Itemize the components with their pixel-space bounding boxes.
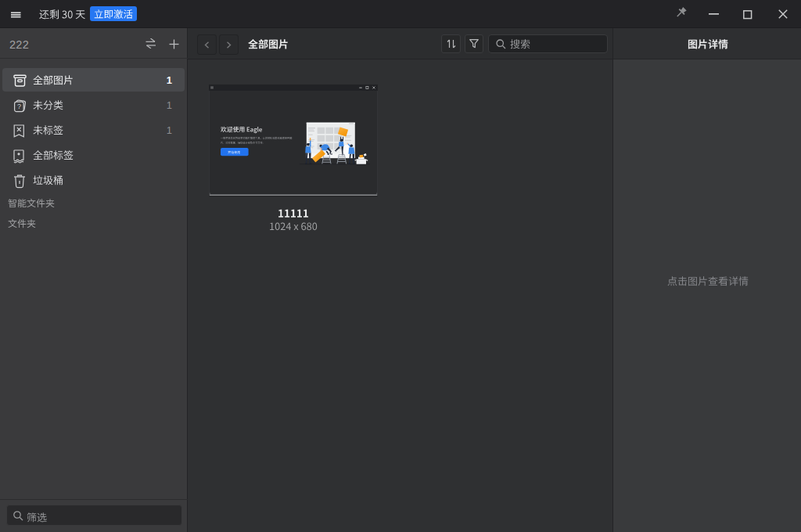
svg-text:?: ? (17, 102, 21, 110)
